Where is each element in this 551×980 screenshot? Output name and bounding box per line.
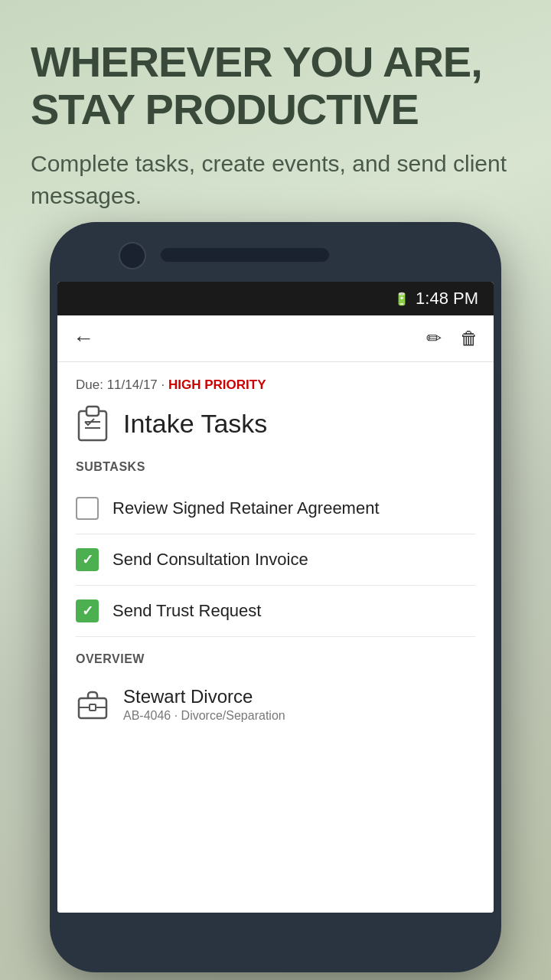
due-date: Due: 11/14/17 (76, 377, 158, 392)
subtasks-label: Subtasks (76, 460, 475, 474)
phone-camera (119, 242, 146, 270)
battery-icon: 🔋 (394, 292, 409, 306)
subtask-item: ✓ Send Consultation Invoice (76, 534, 475, 586)
hero-title: WHEREVER YOU ARE, STAY PRODUCTIVE (31, 38, 520, 132)
overview-case-title: Stewart Divorce (123, 686, 285, 707)
task-detail: Due: 11/14/17 · HIGH PRIORITY (57, 362, 494, 749)
subtask-item: ✓ Send Trust Request (76, 586, 475, 637)
checkbox-unchecked[interactable] (76, 497, 99, 520)
briefcase-icon (76, 688, 109, 721)
task-title: Intake Tasks (123, 409, 267, 439)
phone-screen: 🔋 1:48 PM ← ✏ 🗑 Due: 11/14/17 (57, 282, 494, 913)
subtask-text-2: Send Consultation Invoice (112, 550, 308, 570)
clipboard-icon (76, 405, 109, 442)
subtask-text-1: Review Signed Retainer Agreement (112, 498, 380, 518)
subtask-item: Review Signed Retainer Agreement (76, 483, 475, 534)
back-button[interactable]: ← (73, 326, 94, 351)
app-toolbar: ← ✏ 🗑 (57, 315, 494, 362)
svg-rect-1 (86, 407, 99, 416)
overview-case-subtitle: AB-4046 · Divorce/Separation (123, 709, 285, 723)
status-bar: 🔋 1:48 PM (57, 282, 494, 315)
toolbar-actions: ✏ 🗑 (426, 328, 478, 349)
edit-button[interactable]: ✏ (426, 328, 442, 349)
phone-shell: 🔋 1:48 PM ← ✏ 🗑 Due: 11/14/17 (50, 222, 501, 972)
status-time: 1:48 PM (416, 289, 478, 309)
hero-section: WHEREVER YOU ARE, STAY PRODUCTIVE Comple… (0, 0, 551, 227)
app-content: ← ✏ 🗑 Due: 11/14/17 · HIGH PRIORITY (57, 315, 494, 913)
checkbox-checked-3[interactable]: ✓ (76, 599, 99, 622)
due-priority-row: Due: 11/14/17 · HIGH PRIORITY (76, 377, 475, 393)
checkbox-checked-2[interactable]: ✓ (76, 548, 99, 571)
overview-info: Stewart Divorce AB-4046 · Divorce/Separa… (123, 686, 285, 723)
hero-subtitle: Complete tasks, create events, and send … (31, 148, 520, 212)
priority-badge: HIGH PRIORITY (168, 377, 266, 392)
task-header: Intake Tasks (76, 405, 475, 442)
overview-item: Stewart Divorce AB-4046 · Divorce/Separa… (76, 675, 475, 733)
delete-button[interactable]: 🗑 (460, 328, 478, 349)
svg-rect-6 (90, 704, 96, 710)
phone-mockup: 🔋 1:48 PM ← ✏ 🗑 Due: 11/14/17 (50, 222, 501, 972)
phone-speaker (161, 248, 329, 262)
overview-label: Overview (76, 652, 475, 666)
subtask-text-3: Send Trust Request (112, 601, 261, 621)
